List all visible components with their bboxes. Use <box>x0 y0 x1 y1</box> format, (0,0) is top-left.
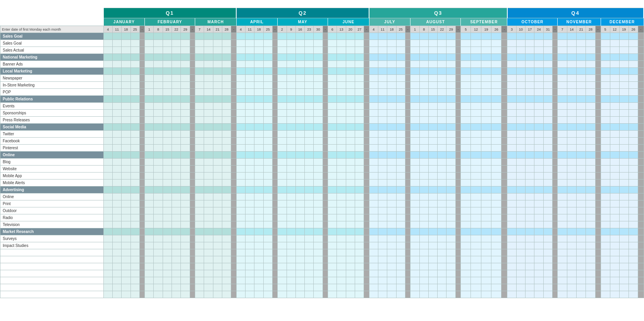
data-cell[interactable] <box>558 145 567 152</box>
data-cell[interactable] <box>103 256 112 263</box>
data-cell[interactable] <box>396 173 405 179</box>
data-cell[interactable] <box>263 40 272 47</box>
data-cell[interactable] <box>346 270 355 277</box>
data-cell[interactable] <box>601 117 610 124</box>
data-cell[interactable] <box>507 152 516 159</box>
data-cell[interactable] <box>236 33 245 40</box>
data-cell[interactable] <box>278 221 287 228</box>
data-cell[interactable] <box>213 200 222 207</box>
data-cell[interactable] <box>378 89 387 96</box>
data-cell[interactable] <box>610 214 619 221</box>
data-cell[interactable] <box>172 124 181 131</box>
data-cell[interactable] <box>461 200 471 207</box>
data-cell[interactable] <box>305 263 314 270</box>
data-cell[interactable] <box>254 96 263 103</box>
data-cell[interactable] <box>181 103 190 110</box>
data-cell[interactable] <box>145 173 154 179</box>
data-cell[interactable] <box>438 61 447 68</box>
data-cell[interactable] <box>122 235 131 242</box>
data-cell[interactable] <box>481 68 491 75</box>
data-cell[interactable] <box>222 186 231 193</box>
data-cell[interactable] <box>122 186 131 193</box>
data-cell[interactable] <box>355 166 364 173</box>
data-cell[interactable] <box>586 96 595 103</box>
data-cell[interactable] <box>586 200 595 207</box>
data-cell[interactable] <box>195 33 204 40</box>
data-cell[interactable] <box>428 228 437 235</box>
data-cell[interactable] <box>534 207 543 214</box>
data-cell[interactable] <box>378 117 387 124</box>
data-cell[interactable] <box>254 33 263 40</box>
data-cell[interactable] <box>181 138 190 145</box>
data-cell[interactable] <box>204 110 213 117</box>
data-cell[interactable] <box>103 193 112 200</box>
data-cell[interactable] <box>145 256 154 263</box>
data-cell[interactable] <box>122 33 131 40</box>
data-cell[interactable] <box>172 96 181 103</box>
data-cell[interactable] <box>576 33 586 40</box>
data-cell[interactable] <box>534 33 543 40</box>
data-cell[interactable] <box>236 166 245 173</box>
data-cell[interactable] <box>295 124 304 131</box>
data-cell[interactable] <box>387 173 396 179</box>
data-cell[interactable] <box>507 277 516 284</box>
data-cell[interactable] <box>438 82 447 89</box>
data-cell[interactable] <box>163 277 172 284</box>
data-cell[interactable] <box>543 291 552 298</box>
data-cell[interactable] <box>355 75 364 82</box>
data-cell[interactable] <box>355 193 364 200</box>
data-cell[interactable] <box>481 193 491 200</box>
data-cell[interactable] <box>295 235 304 242</box>
data-cell[interactable] <box>254 235 263 242</box>
data-cell[interactable] <box>172 186 181 193</box>
data-cell[interactable] <box>516 40 525 47</box>
data-cell[interactable] <box>337 131 346 138</box>
data-cell[interactable] <box>507 75 516 82</box>
data-cell[interactable] <box>610 200 619 207</box>
data-cell[interactable] <box>131 145 139 152</box>
data-cell[interactable] <box>204 228 213 235</box>
data-cell[interactable] <box>378 193 387 200</box>
data-cell[interactable] <box>526 256 534 263</box>
data-cell[interactable] <box>181 270 190 277</box>
data-cell[interactable] <box>122 270 131 277</box>
data-cell[interactable] <box>619 270 629 277</box>
data-cell[interactable] <box>447 75 455 82</box>
data-cell[interactable] <box>619 214 629 221</box>
data-cell[interactable] <box>610 159 619 166</box>
data-cell[interactable] <box>428 207 437 214</box>
data-cell[interactable] <box>222 152 231 159</box>
data-cell[interactable] <box>543 228 552 235</box>
data-cell[interactable] <box>526 47 534 54</box>
data-cell[interactable] <box>526 186 534 193</box>
data-cell[interactable] <box>103 291 112 298</box>
data-cell[interactable] <box>619 47 629 54</box>
data-cell[interactable] <box>447 54 455 61</box>
data-cell[interactable] <box>369 173 378 179</box>
data-cell[interactable] <box>236 242 245 249</box>
data-cell[interactable] <box>619 242 629 249</box>
data-cell[interactable] <box>601 249 610 256</box>
data-cell[interactable] <box>145 249 154 256</box>
data-cell[interactable] <box>145 152 154 159</box>
data-cell[interactable] <box>447 68 455 75</box>
data-cell[interactable] <box>195 40 204 47</box>
data-cell[interactable] <box>355 89 364 96</box>
data-cell[interactable] <box>629 207 638 214</box>
data-cell[interactable] <box>558 138 567 145</box>
data-cell[interactable] <box>558 173 567 179</box>
data-cell[interactable] <box>254 277 263 284</box>
data-cell[interactable] <box>601 179 610 186</box>
data-cell[interactable] <box>305 173 314 179</box>
data-cell[interactable] <box>305 235 314 242</box>
data-cell[interactable] <box>629 235 638 242</box>
data-cell[interactable] <box>122 110 131 117</box>
data-cell[interactable] <box>507 47 516 54</box>
data-cell[interactable] <box>328 75 337 82</box>
data-cell[interactable] <box>526 61 534 68</box>
data-cell[interactable] <box>337 263 346 270</box>
data-cell[interactable] <box>507 145 516 152</box>
data-cell[interactable] <box>387 33 396 40</box>
data-cell[interactable] <box>278 103 287 110</box>
data-cell[interactable] <box>346 200 355 207</box>
